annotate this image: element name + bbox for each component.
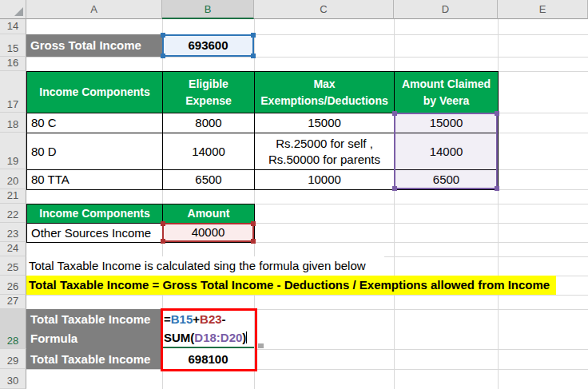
header-text: Amount Claimed xyxy=(402,76,491,93)
formula-eq: = xyxy=(164,312,171,326)
row-header-23[interactable]: 23 xyxy=(0,223,26,242)
cell-80c-eligible[interactable]: 8000 xyxy=(163,113,255,133)
select-all-triangle-icon xyxy=(14,7,23,16)
row-header-16[interactable]: 16 xyxy=(0,57,26,71)
gridline xyxy=(26,369,588,370)
cell-80c-component[interactable]: 80 C xyxy=(27,113,163,133)
fill-handle-mark[interactable] xyxy=(258,343,264,348)
selection-handle[interactable] xyxy=(251,33,256,38)
row-header-22[interactable]: 22 xyxy=(0,204,26,223)
total-taxable-income-formula-label-cell[interactable]: Total Taxable Income Formula xyxy=(26,309,162,349)
column-header-a[interactable]: A xyxy=(26,0,162,19)
gridline xyxy=(26,57,588,58)
formula-ref-b23: B23 xyxy=(200,312,222,326)
formula-ref-b15: B15 xyxy=(171,312,193,326)
label-line: Formula xyxy=(30,329,162,348)
gross-total-income-value: 693600 xyxy=(164,36,252,55)
formula-line-1: =B15+B23- xyxy=(164,310,254,328)
header-text: Max xyxy=(313,76,335,93)
row-header-18[interactable]: 18 xyxy=(0,113,26,133)
description-text[interactable]: Total Taxable Income is calculated sing … xyxy=(26,256,384,276)
row-header-27[interactable]: 27 xyxy=(0,295,26,309)
other-income-header-components[interactable]: Income Components xyxy=(27,204,163,224)
selection-handle[interactable] xyxy=(161,33,165,38)
formula-line-2: SUM(D18:D20) xyxy=(164,328,254,347)
row-header-15[interactable]: 15 xyxy=(0,34,26,57)
cell-80tta-eligible[interactable]: 6500 xyxy=(163,170,255,190)
cell-80d-eligible[interactable]: 14000 xyxy=(163,133,255,170)
selection-handle[interactable] xyxy=(495,111,499,116)
formula-explanation-highlight[interactable]: Total Taxable Income = Gross Total Incom… xyxy=(26,276,556,295)
selection-handle[interactable] xyxy=(161,54,165,58)
formula-edit-cell[interactable]: =B15+B23- SUM(D18:D20) xyxy=(162,310,254,347)
range-highlight-b23[interactable]: 40000 xyxy=(162,223,254,242)
column-header-b[interactable]: B xyxy=(162,0,254,19)
cell-80c-max[interactable]: 15000 xyxy=(255,113,395,133)
row-header-14[interactable]: 14 xyxy=(0,19,26,34)
row-header-28[interactable]: 28 xyxy=(0,309,26,349)
selection-handle[interactable] xyxy=(161,239,165,244)
spreadsheet: A B C D E 14 15 16 17 18 19 20 21 22 23 … xyxy=(0,0,588,389)
cell-80tta-max[interactable]: 10000 xyxy=(255,170,395,190)
gross-total-income-value-cell[interactable]: 693600 xyxy=(162,34,254,57)
column-header-e[interactable]: E xyxy=(498,0,588,19)
formula-plus: + xyxy=(193,312,200,326)
deductions-header-max-exemptions[interactable]: Max Exemptions/Deductions xyxy=(255,72,395,113)
selection-handle[interactable] xyxy=(161,221,165,226)
deductions-header-eligible-expense[interactable]: Eligible Expense xyxy=(163,72,255,113)
deductions-header-components[interactable]: Income Components xyxy=(27,72,163,113)
cell-text: Rs.25000 for self , xyxy=(276,136,373,152)
other-sources-amount-value: 40000 xyxy=(164,224,252,240)
header-text: Income Components xyxy=(39,84,149,101)
row-header-19[interactable]: 19 xyxy=(0,133,26,169)
cell-text: Rs.50000 for parents xyxy=(268,152,380,168)
header-text: Eligible xyxy=(189,76,228,93)
cell-other-sources-income[interactable]: Other Sources Income xyxy=(27,224,163,243)
row-header-26[interactable]: 26 xyxy=(0,276,26,295)
formula-sum: SUM( xyxy=(164,331,194,344)
cell-80d-component[interactable]: 80 D xyxy=(27,133,163,170)
cell-80tta-component[interactable]: 80 TTA xyxy=(27,170,163,190)
column-header-c[interactable]: C xyxy=(254,0,394,19)
formula-ref-d18-d20: D18:D20 xyxy=(194,331,242,344)
label-line: Total Taxable Income xyxy=(30,310,162,329)
column-header-d[interactable]: D xyxy=(394,0,498,19)
selection-handle[interactable] xyxy=(251,221,256,226)
row-header-24[interactable]: 24 xyxy=(0,242,26,256)
header-text: by Veera xyxy=(423,93,470,109)
row-header-21[interactable]: 21 xyxy=(0,189,26,204)
selection-handle[interactable] xyxy=(251,54,256,58)
selection-handle[interactable] xyxy=(392,111,397,116)
gross-total-income-label-cell[interactable]: Gross Total Income xyxy=(26,34,162,57)
select-all-corner[interactable] xyxy=(0,0,26,19)
total-taxable-income-value-cell[interactable]: 698100 xyxy=(162,349,254,369)
edit-cell-bottom-border xyxy=(163,347,254,348)
row-header-25[interactable]: 25 xyxy=(0,256,26,276)
row-header-20[interactable]: 20 xyxy=(0,169,26,189)
header-text: Expense xyxy=(185,93,232,109)
selection-handle[interactable] xyxy=(392,186,397,191)
formula-minus: - xyxy=(222,312,226,326)
row-header-17[interactable]: 17 xyxy=(0,71,26,113)
row-header-29[interactable]: 29 xyxy=(0,349,26,369)
total-taxable-income-label-cell[interactable]: Total Taxable Income xyxy=(26,349,162,369)
row-header-30[interactable]: 30 xyxy=(0,369,26,389)
header-text: Exemptions/Deductions xyxy=(260,93,387,109)
cell-80d-max[interactable]: Rs.25000 for self , Rs.50000 for parents xyxy=(255,133,395,170)
range-highlight-d18-d20 xyxy=(394,113,498,189)
text-cursor xyxy=(246,331,247,343)
deductions-header-amount-claimed[interactable]: Amount Claimed by Veera xyxy=(395,72,499,113)
selection-handle[interactable] xyxy=(495,186,499,191)
selection-handle[interactable] xyxy=(251,239,256,244)
other-income-header-amount[interactable]: Amount xyxy=(163,204,255,224)
gridline xyxy=(26,295,588,296)
